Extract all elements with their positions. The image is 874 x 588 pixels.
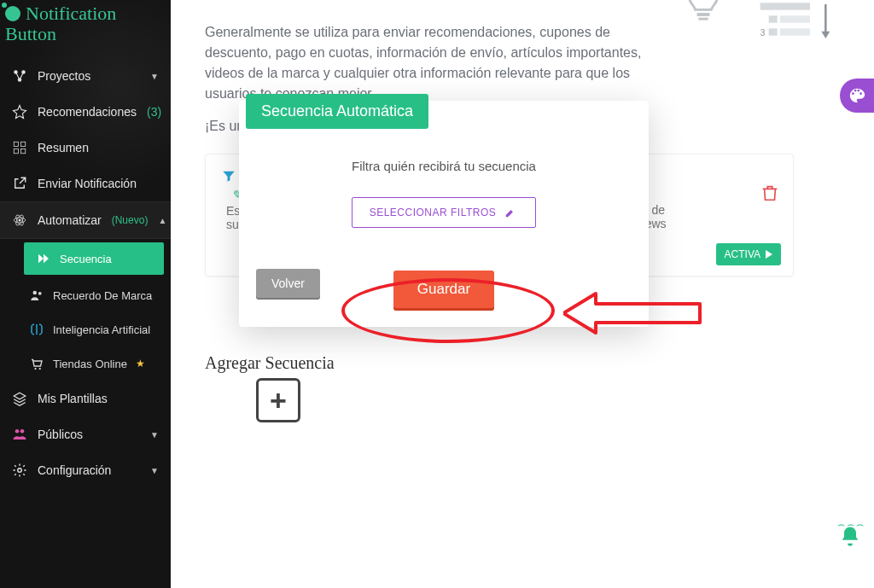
- sub-item-label: Recuerdo De Marca: [53, 289, 152, 302]
- sub-item-ia[interactable]: Inteligencia Artificial: [14, 312, 171, 346]
- svg-point-7: [19, 219, 21, 222]
- sidebar-item-label: Configuración: [38, 463, 111, 477]
- gear-icon: [12, 463, 27, 478]
- sidebar-item-label: Resumen: [38, 141, 89, 154]
- recommendations-count: (3): [147, 105, 161, 119]
- svg-rect-5: [14, 149, 18, 154]
- badge-label: ACTIVA: [725, 248, 760, 260]
- fast-forward-icon: [36, 251, 51, 266]
- svg-rect-20: [760, 3, 810, 9]
- atom-icon: [12, 212, 27, 228]
- svg-rect-4: [21, 143, 26, 147]
- chevron-up-icon: ▲: [158, 216, 166, 225]
- modal-prompt: Filtra quién recibirá tu secuencia: [259, 159, 628, 173]
- automatizar-subnav: Secuencia Recuerdo De Marca Inteligencia…: [0, 242, 171, 381]
- svg-rect-19: [698, 18, 708, 20]
- sidebar-item-enviar[interactable]: Enviar Notificación: [0, 166, 171, 201]
- trash-icon[interactable]: [760, 183, 779, 202]
- brain-icon: [29, 322, 44, 337]
- svg-point-11: [33, 291, 38, 295]
- svg-point-2: [18, 79, 22, 83]
- pencil-icon: [503, 207, 518, 218]
- modal-title: Secuencia Automática: [246, 94, 428, 129]
- brand-line1: Notification: [26, 3, 116, 24]
- projects-icon: [12, 68, 27, 84]
- add-sequence-label: Agregar Secuencia: [205, 353, 848, 373]
- svg-rect-25: [780, 28, 810, 35]
- add-sequence-button[interactable]: +: [256, 378, 300, 422]
- sidebar-nav: Proyectos ▼ Recomendaciones (3) Resumen …: [0, 58, 171, 488]
- star-badge-icon: ★: [136, 358, 145, 370]
- chevron-down-icon: ▼: [150, 466, 159, 475]
- sidebar-item-label: Automatizar: [38, 213, 102, 227]
- sub-item-label: Tiendas Online: [53, 358, 127, 370]
- sub-item-label: Secuencia: [60, 253, 112, 265]
- svg-point-12: [38, 292, 42, 295]
- svg-point-14: [39, 368, 41, 370]
- svg-point-13: [34, 368, 36, 370]
- share-icon: [12, 176, 27, 191]
- add-sequence-section: Agregar Secuencia +: [205, 353, 848, 422]
- svg-point-0: [14, 71, 18, 75]
- chevron-down-icon: ▼: [150, 72, 159, 81]
- active-badge[interactable]: ACTIVA: [716, 243, 781, 265]
- sidebar: Notification Button Proyectos ▼ Recomend…: [0, 0, 171, 588]
- sub-item-tiendas[interactable]: Tiendas Online ★: [14, 346, 171, 381]
- svg-point-15: [15, 429, 20, 434]
- sub-item-label: Inteligencia Artificial: [53, 323, 150, 336]
- svg-point-17: [18, 469, 22, 473]
- cart-icon: [29, 356, 44, 371]
- sidebar-item-label: Mis Plantillas: [38, 392, 108, 405]
- audience-icon: [12, 427, 27, 442]
- notification-bell-button[interactable]: [838, 524, 862, 554]
- sidebar-item-publicos[interactable]: Públicos ▼: [0, 416, 171, 452]
- svg-rect-21: [769, 15, 778, 22]
- sidebar-item-plantillas[interactable]: Mis Plantillas: [0, 381, 171, 416]
- sidebar-item-proyectos[interactable]: Proyectos ▼: [0, 58, 171, 94]
- svg-point-16: [20, 429, 25, 434]
- sidebar-item-resumen[interactable]: Resumen: [0, 130, 171, 166]
- sequence-modal: Secuencia Automática Filtra quién recibi…: [239, 101, 649, 327]
- flow-diagram-icon: 3: [755, 0, 840, 60]
- chevron-down-icon: ▼: [150, 430, 159, 440]
- theme-fab-button[interactable]: [840, 79, 874, 113]
- intro-paragraph-1: Generalmente se utiliza para enviar reco…: [205, 22, 666, 104]
- sidebar-item-recomendaciones[interactable]: Recomendaciones (3): [0, 94, 171, 130]
- modal-back-button[interactable]: Volver: [256, 269, 320, 298]
- sidebar-item-label: Proyectos: [38, 69, 90, 83]
- svg-rect-18: [697, 13, 710, 16]
- svg-rect-3: [14, 143, 18, 147]
- svg-rect-22: [780, 15, 810, 22]
- modal-save-button[interactable]: Guardar: [393, 271, 494, 308]
- grid-icon: [12, 140, 27, 155]
- svg-rect-24: [769, 28, 778, 35]
- sidebar-item-label: Públicos: [38, 428, 83, 441]
- sidebar-item-label: Enviar Notificación: [38, 177, 137, 190]
- lightbulb-icon: [678, 0, 729, 27]
- sidebar-item-label: Recomendaciones: [38, 105, 137, 119]
- sidebar-item-automatizar[interactable]: Automatizar (Nuevo) ▲: [0, 201, 171, 239]
- stack-icon: [12, 391, 27, 406]
- svg-rect-6: [21, 149, 26, 154]
- svg-point-1: [21, 71, 26, 75]
- sub-item-recuerdo[interactable]: Recuerdo De Marca: [14, 278, 171, 312]
- logo-icon: [5, 6, 20, 21]
- brand-line2: Button: [5, 24, 162, 44]
- filter-icon: [221, 168, 236, 183]
- new-badge: (Nuevo): [112, 214, 149, 226]
- people-icon: [29, 288, 44, 303]
- sidebar-item-configuracion[interactable]: Configuración ▼: [0, 452, 171, 488]
- star-icon: [12, 104, 27, 119]
- play-icon: [766, 250, 772, 259]
- select-filters-button[interactable]: SELECCIONAR FILTROS: [352, 197, 537, 228]
- svg-text:3: 3: [760, 28, 766, 38]
- select-filters-label: SELECCIONAR FILTROS: [370, 207, 497, 218]
- brand-logo: Notification Button: [0, 0, 171, 48]
- sub-item-secuencia[interactable]: Secuencia: [24, 242, 164, 275]
